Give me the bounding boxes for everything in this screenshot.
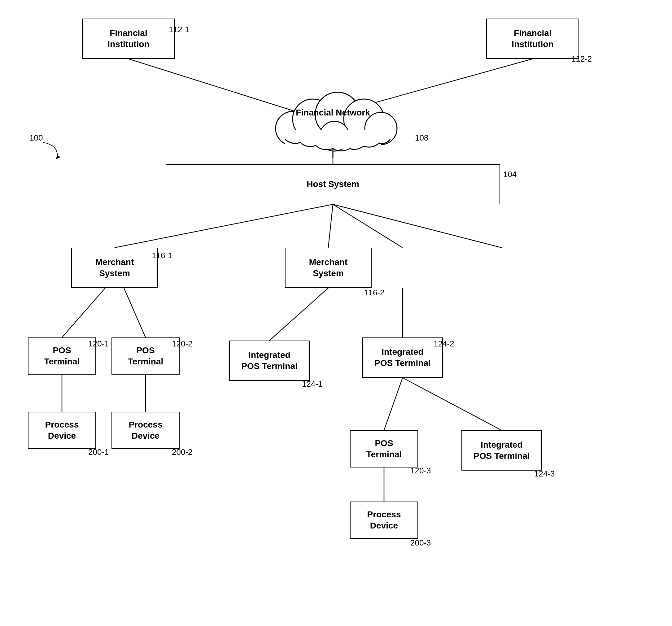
ref-124-2-label: 124-2 (434, 339, 454, 348)
svg-line-13 (384, 378, 403, 430)
integrated-pos-terminal-2: Integrated POS Terminal (362, 337, 443, 378)
svg-marker-16 (56, 155, 61, 160)
diagram: 100 Financial Institution 112-1 Financia… (0, 0, 672, 626)
process-device-3: Process Device (350, 502, 418, 539)
svg-line-14 (403, 378, 502, 430)
ref-120-2-label: 120-2 (172, 339, 193, 348)
svg-line-7 (62, 288, 105, 337)
svg-line-4 (328, 204, 333, 248)
merchant-system-1: Merchant System (71, 248, 158, 288)
svg-rect-23 (285, 130, 381, 149)
cloud-svg (245, 71, 421, 158)
integrated-pos-terminal-1: Integrated POS Terminal (229, 341, 310, 381)
ref-100-arrow (40, 139, 65, 164)
merchant-system-2: Merchant System (285, 248, 371, 288)
ref-200-3-label: 200-3 (410, 538, 431, 548)
ref-120-3-label: 120-3 (410, 466, 431, 476)
financial-institution-1: Financial Institution (82, 19, 175, 59)
ref-200-1-label: 200-1 (88, 448, 109, 457)
financial-institution-2: Financial Institution (486, 19, 579, 59)
svg-line-8 (124, 288, 146, 337)
svg-line-5 (333, 204, 403, 248)
process-device-2: Process Device (112, 412, 179, 449)
ref-108-label: 108 (415, 133, 428, 143)
ref-112-2-label: 112-2 (571, 54, 592, 64)
integrated-pos-terminal-3: Integrated POS Terminal (461, 430, 542, 471)
pos-terminal-1: POS Terminal (28, 337, 96, 375)
process-device-1: Process Device (28, 412, 96, 449)
pos-terminal-2: POS Terminal (112, 337, 179, 375)
svg-line-11 (269, 288, 328, 341)
ref-116-2-label: 116-2 (364, 288, 385, 297)
svg-line-6 (333, 204, 502, 248)
svg-line-3 (115, 204, 333, 248)
financial-network-cloud: Financial Network (245, 71, 421, 158)
ref-116-1-label: 116-1 (152, 251, 172, 260)
pos-terminal-3: POS Terminal (350, 430, 418, 467)
ref-124-1-label: 124-1 (302, 379, 323, 389)
host-system: Host System (166, 164, 500, 204)
ref-124-3-label: 124-3 (534, 469, 555, 479)
ref-200-2-label: 200-2 (172, 448, 193, 457)
ref-104-label: 104 (503, 170, 517, 179)
ref-112-1-label: 112-1 (169, 25, 190, 34)
ref-120-1-label: 120-1 (88, 339, 109, 348)
